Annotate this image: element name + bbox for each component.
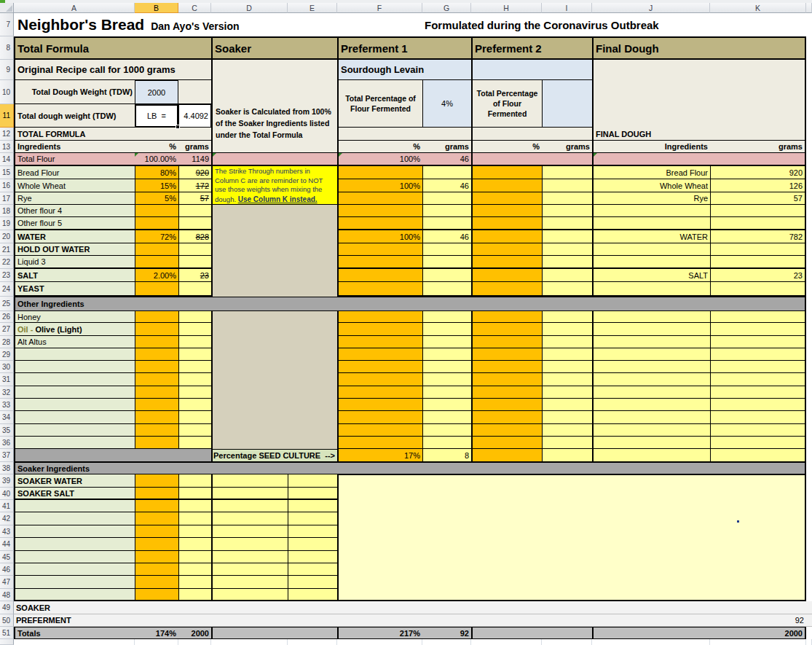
cell-G29[interactable] [422, 348, 471, 361]
cell-C47[interactable] [178, 576, 211, 589]
soaker-label-43[interactable] [14, 525, 135, 538]
cell-C34[interactable] [178, 411, 211, 424]
row-header-19[interactable]: 19 [0, 217, 14, 230]
cell-B48[interactable] [135, 589, 178, 601]
row-header-32[interactable]: 32 [0, 386, 14, 399]
row-header-15[interactable]: 15 [0, 166, 14, 179]
section-soaker[interactable]: Soaker [211, 36, 337, 60]
cell-I19[interactable] [542, 217, 592, 230]
cell-C17[interactable]: 57 [178, 192, 211, 205]
cell-K35[interactable] [710, 424, 806, 437]
soaker-label-39[interactable]: SOAKER WATER [14, 474, 135, 488]
cell-D42[interactable] [211, 512, 288, 525]
col-header-p1-grams[interactable]: grams [422, 141, 471, 153]
cell-C36[interactable] [178, 437, 211, 449]
cell-G26[interactable] [422, 311, 471, 323]
row-header-13[interactable]: 13 [0, 141, 14, 153]
cell-B32[interactable] [135, 386, 178, 399]
soaker-label-48[interactable] [14, 589, 135, 601]
cell-K31[interactable] [710, 373, 806, 386]
ingredient-label-36[interactable] [14, 437, 135, 449]
cell-D51[interactable] [211, 627, 337, 639]
cell-J51[interactable] [592, 627, 710, 639]
cell-D43[interactable] [211, 525, 288, 538]
cell-I32[interactable] [542, 386, 592, 399]
soaker-label-47[interactable] [14, 576, 135, 589]
row-header-30[interactable]: 30 [0, 361, 14, 373]
cell-D41[interactable] [211, 500, 288, 512]
cell-F32[interactable] [337, 386, 422, 399]
ingredient-label-24[interactable]: YEAST [14, 282, 135, 297]
cell-C43[interactable] [178, 525, 211, 538]
ingredient-label-15[interactable]: Bread Flour [14, 166, 135, 179]
soaker-note[interactable]: Soaker is Calculated from 100% of the So… [211, 104, 337, 153]
cell-H18[interactable] [471, 205, 542, 217]
cell-H16[interactable] [471, 179, 542, 192]
ingredient-label-31[interactable] [14, 373, 135, 386]
cell-J28[interactable] [592, 336, 710, 348]
cell-C40[interactable] [178, 488, 211, 500]
section-preferment-1[interactable]: Preferment 1 [337, 36, 471, 60]
row-header-37[interactable]: 37 [0, 449, 14, 462]
col-header-percent[interactable]: % [135, 141, 178, 153]
merged-empty-region[interactable] [337, 474, 806, 601]
cell-F23[interactable] [337, 269, 422, 282]
ingredient-label-17[interactable]: Rye [14, 192, 135, 205]
cell-D48[interactable] [211, 589, 288, 601]
cell-J24[interactable] [592, 282, 710, 297]
cell-B21[interactable] [135, 243, 178, 256]
cell-F28[interactable] [337, 336, 422, 348]
section-final-dough[interactable]: Final Dough [592, 36, 806, 60]
totals-grams[interactable]: 2000 [178, 627, 211, 639]
cell-J17[interactable]: Rye [592, 192, 710, 205]
cell-I17[interactable] [542, 192, 592, 205]
cell-B27[interactable] [135, 323, 178, 336]
band-other-ingredients[interactable]: Other Ingredients [14, 297, 806, 311]
ingredient-label-29[interactable] [14, 348, 135, 361]
cell-F29[interactable] [337, 348, 422, 361]
cell-B16[interactable]: 15% [135, 179, 178, 192]
row-header-47[interactable]: 47 [0, 576, 14, 589]
row-header-42[interactable]: 42 [0, 512, 14, 525]
cell-J35[interactable] [592, 424, 710, 437]
cell-I20[interactable] [542, 230, 592, 243]
cell-X51[interactable] [806, 627, 812, 639]
header-note[interactable]: Formulated during the Coronavirus Outbre… [422, 13, 806, 36]
cell-K21[interactable] [710, 243, 806, 256]
cell-J26[interactable] [592, 311, 710, 323]
cell-K26[interactable] [710, 311, 806, 323]
cell-B19[interactable] [135, 217, 178, 230]
row-header-8[interactable]: 8 [0, 36, 14, 60]
row-header-50[interactable]: 50 [0, 614, 14, 627]
cell-B23[interactable]: 2.00% [135, 269, 178, 282]
cell-I37[interactable] [542, 449, 592, 462]
totals-p1-percent[interactable]: 217% [337, 627, 422, 639]
totals-percent[interactable]: 174% [135, 627, 178, 639]
ingredient-label-21[interactable]: HOLD OUT WATER [14, 243, 135, 256]
cell-G20[interactable]: 46 [422, 230, 471, 243]
cell-H22[interactable] [471, 256, 542, 269]
column-header-E[interactable]: E [288, 3, 337, 13]
ingredient-label-33[interactable] [14, 399, 135, 411]
cell-G28[interactable] [422, 336, 471, 348]
totals-label[interactable]: Totals [14, 627, 135, 639]
cell-F18[interactable] [337, 205, 422, 217]
ingredient-label-35[interactable] [14, 424, 135, 437]
seed-culture-percent[interactable]: 17% [337, 449, 422, 462]
cell-F12[interactable] [337, 128, 471, 141]
row-header-25[interactable]: 25 [0, 297, 14, 311]
tdw-lb-label[interactable]: Total dough weight (TDW) [14, 104, 135, 128]
row-header-31[interactable]: 31 [0, 373, 14, 386]
col-header-p2-grams[interactable]: grams [542, 141, 592, 153]
cell-G23[interactable] [422, 269, 471, 282]
cell-C19[interactable] [178, 217, 211, 230]
cell-I22[interactable] [542, 256, 592, 269]
cell-C31[interactable] [178, 373, 211, 386]
cell-H14[interactable] [471, 153, 592, 166]
total-formula-subheader[interactable]: TOTAL FORMULA [14, 128, 211, 141]
select-all-button[interactable] [0, 3, 14, 13]
cell-E43[interactable] [288, 525, 337, 538]
cell-H36[interactable] [471, 437, 542, 449]
cell-F15[interactable] [337, 166, 422, 179]
cell-K18[interactable] [710, 205, 806, 217]
